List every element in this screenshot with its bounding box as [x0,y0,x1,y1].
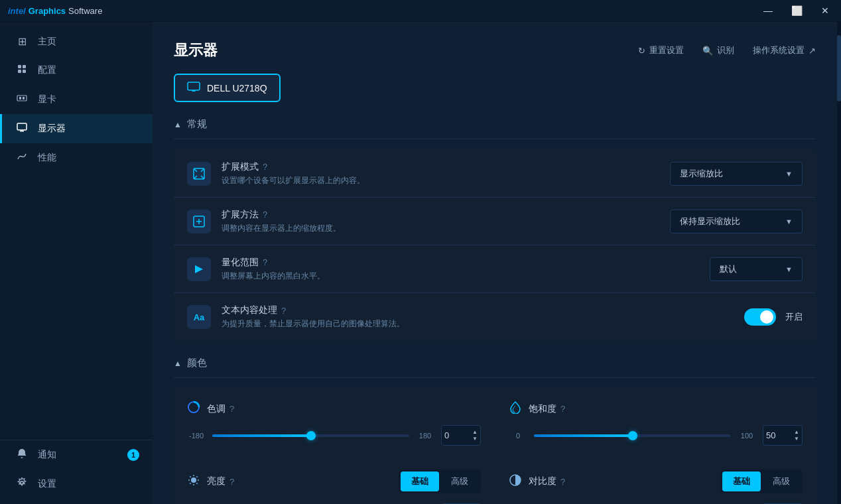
hue-arrows[interactable]: ▲ ▼ [472,429,478,442]
saturation-down-arrow[interactable]: ▼ [794,436,799,442]
expand-mode-title: 扩展模式 ? [222,161,670,173]
general-section-header[interactable]: ▲ 常规 [174,118,816,131]
contrast-section: 对比度 ? 基础 高级 所有 强度 [495,459,816,504]
monitor-name: DELL U2718Q [207,83,267,94]
expand-method-info: 扩展方法 ? 调整内容在显示器上的缩放程度。 [222,209,670,234]
maximize-button[interactable]: ⬜ [787,5,807,17]
brightness-help[interactable]: ? [229,477,234,487]
sidebar-label-settings: 设置 [38,478,56,490]
svg-rect-2 [18,70,21,73]
general-section: ▲ 常规 扩展模式 ? 设置哪个设备可以扩展显示器上的内容。 [174,118,816,341]
sidebar-item-settings[interactable]: 设置 [0,470,153,499]
hue-thumb[interactable] [306,431,316,440]
saturation-slider-row: 0 100 50 ▲ ▼ [509,425,803,446]
svg-marker-17 [195,265,203,273]
sidebar-item-display[interactable]: 显示器 [0,114,153,143]
brightness-tab-basic[interactable]: 基础 [401,472,439,491]
saturation-up-arrow[interactable]: ▲ [794,429,799,435]
hue-help[interactable]: ? [229,404,234,414]
contrast-header: 对比度 ? 基础 高级 [509,470,803,493]
reset-label: 重置设置 [649,44,684,56]
sidebar-item-notify[interactable]: 通知 1 [0,440,153,470]
sidebar: ⊞ 主页 配置 显卡 显示器 性能 [0,22,153,504]
expand-method-value: 保持显示缩放比 [680,216,740,227]
sidebar-label-config: 配置 [38,64,56,76]
expand-method-dropdown[interactable]: 保持显示缩放比 ▼ [670,210,803,233]
quantize-range-dropdown[interactable]: 默认 ▼ [710,257,803,281]
hue-up-arrow[interactable]: ▲ [472,429,478,435]
contrast-tab-basic[interactable]: 基础 [722,472,761,491]
sidebar-label-display: 显示器 [38,123,66,135]
contrast-help[interactable]: ? [560,477,565,487]
hue-title: 色调 ? [207,403,234,415]
sidebar-item-home[interactable]: ⊞ 主页 [0,27,153,56]
saturation-card: 饱和度 ? 0 100 [495,389,816,458]
saturation-icon [509,401,522,417]
contrast-title-area: 对比度 ? [509,473,565,490]
main-content: 显示器 ↻ 重置设置 🔍 识别 操作系统设置 ↗ [153,22,837,504]
hue-track [212,434,409,437]
page-header: 显示器 ↻ 重置设置 🔍 识别 操作系统设置 ↗ [174,40,816,60]
svg-point-19 [191,477,196,483]
text-processing-desc: 为提升质量，禁止显示器使用自己的图像处理算法。 [222,318,744,330]
sidebar-item-gpu[interactable]: 显卡 [0,85,153,114]
contrast-title: 对比度 ? [529,475,565,487]
svg-rect-6 [23,97,25,99]
reset-settings-button[interactable]: ↻ 重置设置 [638,44,684,56]
window-controls: — ⬜ ✕ [759,5,833,17]
svg-rect-9 [22,130,23,131]
saturation-slider[interactable] [534,429,731,442]
color-top-grid: 色调 ? -180 180 [174,389,816,458]
saturation-header: 饱和度 ? [509,401,803,417]
sidebar-item-perf[interactable]: 性能 [0,143,153,172]
scrollbar[interactable] [837,22,841,504]
quantize-range-help[interactable]: ? [263,257,267,267]
brightness-tab-advanced[interactable]: 高级 [440,472,479,491]
svg-rect-4 [17,95,27,101]
scroll-thumb[interactable] [837,35,841,101]
quantize-range-desc: 调整屏幕上内容的黑白水平。 [222,271,710,282]
saturation-min: 0 [509,432,527,440]
hue-slider[interactable] [212,429,409,442]
saturation-help[interactable]: ? [560,404,565,414]
quantize-range-icon [187,257,211,281]
color-section-header[interactable]: ▲ 颜色 [174,357,816,369]
saturation-value: 50 [766,430,775,440]
contrast-tab-advanced[interactable]: 高级 [762,472,801,491]
bc-grid: 亮度 ? 基础 高级 所有 强度 [174,459,816,504]
identify-button[interactable]: 🔍 识别 [702,44,734,56]
saturation-max: 100 [738,432,756,440]
expand-method-help[interactable]: ? [263,210,267,220]
hue-down-arrow[interactable]: ▼ [472,436,478,442]
expand-mode-help[interactable]: ? [263,162,267,172]
titlebar: intel Graphics Software — ⬜ ✕ [0,0,841,22]
saturation-title: 饱和度 ? [529,403,565,415]
saturation-value-input[interactable]: 50 ▲ ▼ [763,425,803,446]
saturation-thumb[interactable] [628,431,637,440]
sidebar-item-config[interactable]: 配置 [0,56,153,85]
text-processing-help[interactable]: ? [281,306,286,316]
svg-line-26 [196,476,197,477]
setting-expand-method: 扩展方法 ? 调整内容在显示器上的缩放程度。 保持显示缩放比 ▼ [174,198,816,245]
sidebar-label-gpu: 显卡 [38,94,56,105]
brightness-header: 亮度 ? 基础 高级 [187,470,481,493]
app-brand: intel Graphics Software [8,6,102,16]
expand-method-arrow: ▼ [785,218,793,225]
close-button[interactable]: ✕ [817,5,833,17]
svg-rect-5 [19,97,21,99]
brightness-icon [187,473,200,490]
sidebar-label-notify: 通知 [38,449,56,461]
settings-icon [15,477,29,491]
hue-icon [187,401,200,417]
general-settings-card: 扩展模式 ? 设置哪个设备可以扩展显示器上的内容。 显示缩放比 ▼ [174,150,816,341]
os-settings-button[interactable]: 操作系统设置 ↗ [753,44,816,56]
minimize-button[interactable]: — [759,5,777,17]
hue-value-input[interactable]: 0 ▲ ▼ [441,425,481,446]
text-processing-toggle[interactable] [744,308,776,326]
general-section-title: 常规 [187,118,207,131]
saturation-arrows[interactable]: ▲ ▼ [794,429,799,442]
expand-mode-dropdown[interactable]: 显示缩放比 ▼ [670,162,803,186]
home-icon: ⊞ [15,35,29,48]
text-processing-info: 文本内容处理 ? 为提升质量，禁止显示器使用自己的图像处理算法。 [222,304,744,330]
monitor-button[interactable]: DELL U2718Q [174,74,281,102]
